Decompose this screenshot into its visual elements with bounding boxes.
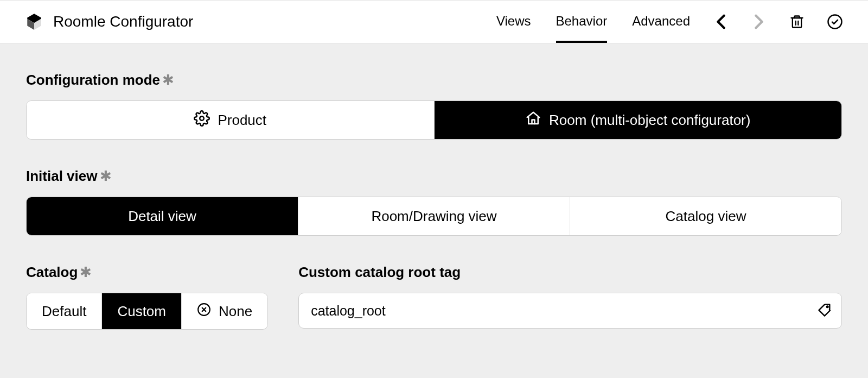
custom-tag-input-wrap xyxy=(298,293,842,329)
config-mode-label-text: Configuration mode xyxy=(26,72,160,88)
segment-catalog-custom[interactable]: Custom xyxy=(102,293,182,329)
app-logo-icon xyxy=(25,12,43,31)
segment-product-label: Product xyxy=(218,112,266,129)
gear-icon xyxy=(194,110,210,130)
segment-room-label: Room (multi-object configurator) xyxy=(549,112,750,129)
section-custom-tag: Custom catalog root tag xyxy=(298,264,842,329)
segment-catalog-default-label: Default xyxy=(42,303,86,320)
segment-detail-view-label: Detail view xyxy=(128,208,196,225)
svg-point-1 xyxy=(828,15,842,29)
section-config-mode: Configuration mode✱ Product Room ( xyxy=(26,72,842,140)
segment-catalog-view[interactable]: Catalog view xyxy=(570,197,841,235)
header-left: Roomle Configurator xyxy=(25,12,496,31)
required-asterisk: ✱ xyxy=(162,72,174,88)
required-asterisk: ✱ xyxy=(100,168,112,184)
custom-tag-label: Custom catalog root tag xyxy=(298,264,842,281)
initial-view-segmented: Detail view Room/Drawing view Catalog vi… xyxy=(26,197,842,236)
header-actions xyxy=(713,14,843,30)
segment-catalog-view-label: Catalog view xyxy=(666,208,746,225)
segment-catalog-custom-label: Custom xyxy=(117,303,166,320)
tab-behavior[interactable]: Behavior xyxy=(556,1,608,43)
tab-views[interactable]: Views xyxy=(496,1,531,43)
segment-room[interactable]: Room (multi-object configurator) xyxy=(435,101,842,139)
config-mode-label: Configuration mode✱ xyxy=(26,72,842,89)
catalog-label: Catalog✱ xyxy=(26,264,268,281)
delete-icon[interactable] xyxy=(789,14,805,30)
segment-catalog-none-label: None xyxy=(219,303,252,320)
header-tabs: Views Behavior Advanced xyxy=(496,1,690,43)
config-mode-segmented: Product Room (multi-object configurator) xyxy=(26,100,842,140)
home-icon xyxy=(525,110,541,130)
svg-point-2 xyxy=(200,116,205,121)
confirm-icon[interactable] xyxy=(827,14,843,30)
segment-detail-view[interactable]: Detail view xyxy=(27,197,298,235)
x-circle-icon xyxy=(197,303,211,320)
segment-catalog-none[interactable]: None xyxy=(182,293,267,329)
catalog-segmented: Default Custom None xyxy=(26,293,268,330)
tab-advanced[interactable]: Advanced xyxy=(632,1,690,43)
prev-icon[interactable] xyxy=(713,14,729,30)
segment-catalog-default[interactable]: Default xyxy=(27,293,102,329)
svg-rect-0 xyxy=(793,18,801,28)
required-asterisk: ✱ xyxy=(80,264,92,280)
section-catalog: Catalog✱ Default Custom None xyxy=(26,264,268,330)
header: Roomle Configurator Views Behavior Advan… xyxy=(0,0,868,43)
tag-icon xyxy=(817,302,832,319)
initial-view-label-text: Initial view xyxy=(26,168,98,184)
next-icon xyxy=(751,14,767,30)
content: Configuration mode✱ Product Room ( xyxy=(0,43,868,378)
custom-tag-input[interactable] xyxy=(298,293,842,329)
section-initial-view: Initial view✱ Detail view Room/Drawing v… xyxy=(26,168,842,236)
custom-tag-label-text: Custom catalog root tag xyxy=(298,264,461,280)
segment-room-drawing-view[interactable]: Room/Drawing view xyxy=(298,197,570,235)
svg-point-4 xyxy=(827,306,828,307)
segment-room-drawing-view-label: Room/Drawing view xyxy=(371,208,496,225)
initial-view-label: Initial view✱ xyxy=(26,168,842,185)
segment-product[interactable]: Product xyxy=(27,101,435,139)
section-catalog-row: Catalog✱ Default Custom None xyxy=(26,264,842,330)
page-title: Roomle Configurator xyxy=(53,13,193,30)
catalog-label-text: Catalog xyxy=(26,264,78,280)
